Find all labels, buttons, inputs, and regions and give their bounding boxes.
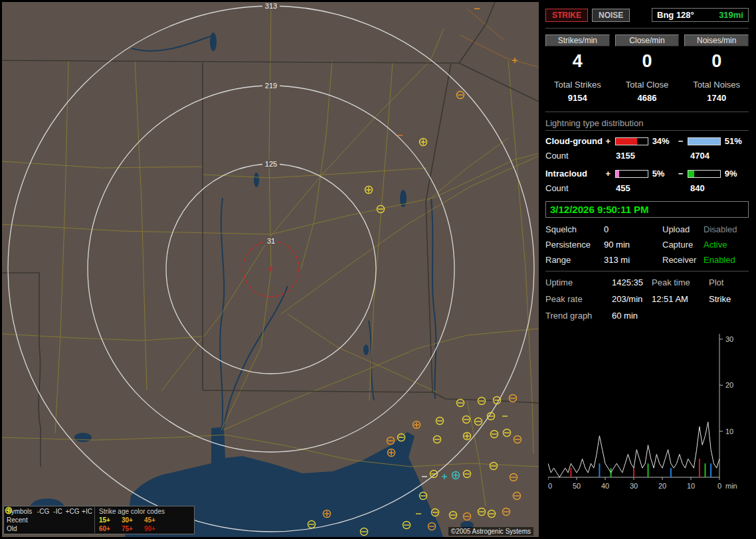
count-label: Count xyxy=(545,183,616,193)
strikes-per-min-button[interactable]: Strikes/min xyxy=(545,35,610,46)
peak-time-value: 12:51 AM xyxy=(652,294,709,304)
receiver-label: Receiver xyxy=(662,255,704,265)
minus-sign: − xyxy=(676,169,685,179)
squelch-label: Squelch xyxy=(545,224,604,234)
divider xyxy=(545,112,749,112)
peak-rate-label: Peak rate xyxy=(545,294,612,304)
rate-counters: Strikes/min 4 Total Strikes 9154 Close/m… xyxy=(545,35,749,106)
ic-negative-count: 840 xyxy=(690,183,705,193)
range-label: Range xyxy=(545,255,604,265)
plot-value: Strike xyxy=(709,294,749,304)
range-value: 313 mi xyxy=(604,255,662,265)
svg-text:min: min xyxy=(725,482,737,490)
minus-sign: − xyxy=(676,136,685,146)
intracloud-row: Intracloud + 5% − 9% xyxy=(545,169,749,179)
total-close-value: 4686 xyxy=(615,93,680,103)
legend-header-neg-cg: -CG xyxy=(36,507,50,516)
cg-negative-bar xyxy=(688,137,721,145)
cloud-ground-count-row: Count 3155 4704 xyxy=(545,151,749,161)
session-stats: Uptime 1425:35 Peak time Plot Peak rate … xyxy=(545,277,749,321)
trend-graph-label: Trend graph xyxy=(545,311,612,321)
capture-label: Capture xyxy=(662,240,704,250)
status-table: Squelch 0 Upload Disabled Persistence 90… xyxy=(545,224,749,265)
legend-age-title: Strike age color codes xyxy=(94,507,194,516)
noises-per-min-value: 0 xyxy=(684,51,749,72)
total-strikes-label: Total Strikes xyxy=(545,80,610,90)
cloud-ground-row: Cloud-ground + 34% − 51% xyxy=(545,136,749,146)
receiver-status: Enabled xyxy=(704,255,749,265)
intracloud-count-row: Count 455 840 xyxy=(545,183,749,193)
persistence-value: 90 min xyxy=(604,240,662,250)
divider xyxy=(545,28,749,29)
legend-header-neg-ic: -IC xyxy=(50,507,65,516)
stats-panel: STRIKE NOISE Bng 128° 319mi Strikes/min … xyxy=(540,0,754,539)
distribution-title: Lightning type distribution xyxy=(545,118,749,128)
svg-text:125: 125 xyxy=(265,160,277,168)
squelch-value: 0 xyxy=(604,224,662,234)
strikes-per-min-value: 4 xyxy=(545,51,610,72)
plot-label: Plot xyxy=(709,277,749,287)
bearing-distance: 319mi xyxy=(719,10,743,20)
svg-text:10: 10 xyxy=(687,482,695,490)
ic-positive-bar xyxy=(615,170,648,178)
bearing-readout: Bng 128° 319mi xyxy=(652,8,749,22)
close-per-min-value: 0 xyxy=(615,51,680,72)
svg-text:50: 50 xyxy=(573,482,581,490)
age-code-15plus: 15+ xyxy=(99,516,122,524)
ic-positive-pct: 5% xyxy=(651,169,676,179)
divider xyxy=(545,130,749,131)
uptime-value: 1425:35 xyxy=(612,277,652,287)
strikes-column: Strikes/min 4 Total Strikes 9154 xyxy=(545,35,610,106)
cloud-ground-label: Cloud-ground xyxy=(545,136,604,146)
svg-text:10: 10 xyxy=(725,427,733,435)
svg-text:40: 40 xyxy=(601,482,609,490)
distribution-section: Lightning type distribution Cloud-ground… xyxy=(545,118,749,193)
svg-text:60: 60 xyxy=(548,482,552,490)
age-code-45plus: 45+ xyxy=(144,516,167,524)
bearing-label: Bng 128° xyxy=(657,10,694,20)
ic-negative-pct: 9% xyxy=(723,169,749,179)
strike-legend: Symbols -CG -IC +CG +IC Strike age color… xyxy=(3,506,195,534)
ic-positive-count: 455 xyxy=(616,183,690,193)
svg-text:0: 0 xyxy=(717,482,721,490)
datetime-display: 3/12/2026 9:50:11 PM xyxy=(545,201,749,218)
age-codes-old: 60+75+90+ xyxy=(94,524,194,533)
total-close-label: Total Close xyxy=(615,80,680,90)
total-strikes-value: 9154 xyxy=(545,93,610,103)
legend-recent-label: Recent xyxy=(4,516,36,524)
svg-text:20: 20 xyxy=(725,381,733,389)
cg-negative-pct: 51% xyxy=(723,136,749,146)
noise-view-button[interactable]: NOISE xyxy=(592,9,630,22)
age-code-60plus: 60+ xyxy=(99,524,122,533)
map-canvas: 31321912531 xyxy=(2,2,539,537)
trend-graph[interactable]: 3020106050403020100min xyxy=(545,327,749,495)
age-code-90plus: 90+ xyxy=(144,524,167,533)
svg-text:31: 31 xyxy=(267,237,275,245)
divider xyxy=(545,271,749,271)
strike-view-button[interactable]: STRIKE xyxy=(545,9,588,22)
total-noises-label: Total Noises xyxy=(684,80,749,90)
legend-header-pos-cg: +CG xyxy=(65,507,80,516)
legend-old-label: Old xyxy=(4,524,36,533)
cg-positive-pct: 34% xyxy=(651,136,676,146)
copyright-text: ©2005 Astrogenic Systems xyxy=(448,527,533,536)
svg-text:219: 219 xyxy=(265,82,277,90)
svg-text:30: 30 xyxy=(630,482,638,490)
noises-column: Noises/min 0 Total Noises 1740 xyxy=(684,35,749,106)
ic-negative-bar xyxy=(688,170,721,178)
plus-sign: + xyxy=(604,136,613,146)
count-label: Count xyxy=(545,151,616,161)
upload-status: Disabled xyxy=(704,224,749,234)
noises-per-min-button[interactable]: Noises/min xyxy=(684,35,749,46)
total-noises-value: 1740 xyxy=(684,93,749,103)
trend-graph-value: 60 min xyxy=(612,311,652,321)
peak-rate-value: 203/min xyxy=(612,294,652,304)
cg-positive-bar xyxy=(615,137,648,145)
lightning-map[interactable]: 31321912531 Symbols -CG -IC +CG +IC Stri… xyxy=(2,2,539,537)
age-code-30plus: 30+ xyxy=(122,516,144,524)
plus-sign: + xyxy=(604,169,613,179)
persistence-label: Persistence xyxy=(545,240,604,250)
age-codes-recent: 15+30+45+ xyxy=(94,516,194,524)
intracloud-label: Intracloud xyxy=(545,169,604,179)
close-per-min-button[interactable]: Close/min xyxy=(615,35,680,46)
